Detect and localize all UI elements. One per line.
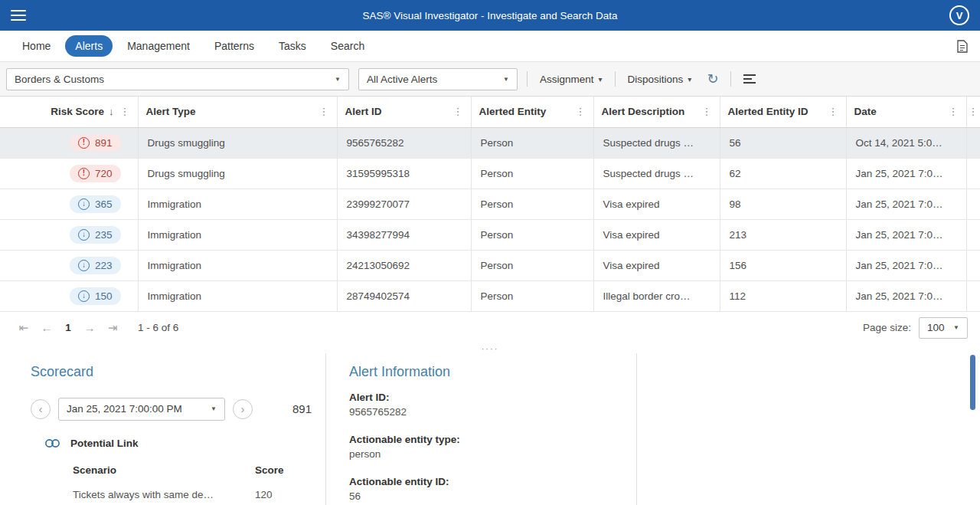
detail-panel: Scorecard ‹ Jan 25, 2021 7:00:00 PM ▼ › … [0,353,980,505]
chevron-down-icon: ▾ [599,75,603,84]
date-cell: Jan 25, 2021 7:0… [846,250,966,280]
view-filter-value: All Active Alerts [367,74,437,85]
queue-select-value: Borders & Customs [15,74,104,85]
actionable-entity-type-label: Actionable entity type: [349,434,636,445]
hamburger-menu-icon[interactable] [11,10,26,21]
table-row[interactable]: ↓235 Immigration 34398277994 Person Visa… [0,219,980,250]
risk-score-badge: ↓365 [70,195,121,213]
page-size-select[interactable]: 100 ▼ [919,317,968,339]
alerted-entity-id-cell: 156 [720,250,846,280]
risk-score-badge: ↓235 [70,226,121,244]
table-row[interactable]: !891 Drugs smuggling 9565765282 Person S… [0,127,980,158]
risk-score-badge: ↓223 [70,257,121,274]
column-menu-icon[interactable]: ⋮ [453,106,463,117]
table-row[interactable]: ↓150 Immigration 28749402574 Person Ille… [0,280,980,311]
assignment-label: Assignment [540,74,594,85]
risk-score-badge: !891 [70,134,121,152]
risk-score-value: 891 [95,137,113,149]
column-header-risk-score[interactable]: Risk Score ↓ ⋮ [0,97,138,127]
stub-cell [966,189,980,219]
alerted-entity-cell: Person [471,127,593,158]
tab-management[interactable]: Management [117,35,200,57]
alerted-entity-cell: Person [471,189,593,219]
column-menu-icon[interactable]: ⋮ [576,106,586,117]
column-header-alerted-entity-id[interactable]: Alerted Entity ID⋮ [720,97,846,127]
document-icon[interactable] [956,40,968,53]
toolbar-divider [527,71,528,87]
last-page-icon[interactable]: ⇥ [101,321,124,335]
alerted-entity-id-cell: 112 [720,280,846,311]
column-header-alert-type[interactable]: Alert Type⋮ [138,97,337,127]
alert-information-title: Alert Information [349,364,636,380]
alert-type-cell: Immigration [138,280,337,311]
date-cell: Jan 25, 2021 7:0… [846,280,966,311]
tab-patterns[interactable]: Patterns [204,35,264,57]
risk-score-badge: ↓150 [70,287,121,305]
column-menu-icon[interactable]: ⋮ [702,106,712,117]
alert-description-cell: Suspected drugs … [593,127,720,158]
alert-id-cell: 28749402574 [337,280,471,311]
column-menu-icon[interactable]: ⋮ [969,106,978,117]
tab-search[interactable]: Search [321,35,374,57]
panel-splitter-handle[interactable]: ···· [0,344,980,353]
tab-alerts[interactable]: Alerts [65,35,113,57]
previous-page-icon[interactable]: ← [35,321,58,334]
risk-low-icon: ↓ [78,198,90,210]
alert-id-cell: 24213050692 [337,250,471,280]
date-cell: Jan 25, 2021 7:0… [846,219,966,250]
column-header-alerted-entity[interactable]: Alerted Entity⋮ [471,97,593,127]
column-menu-icon[interactable]: ⋮ [120,106,130,117]
risk-score-cell: ↓150 [0,280,138,311]
scorecard-row[interactable]: Tickets always with same de… 120 [31,489,325,500]
risk-score-cell: ↓223 [0,250,138,280]
alerted-entity-id-cell: 213 [720,219,846,250]
risk-score-value: 223 [95,260,113,271]
column-header-alert-description[interactable]: Alert Description⋮ [593,97,720,127]
queue-select[interactable]: Borders & Customs ▼ [6,68,349,90]
table-row[interactable]: !720 Drugs smuggling 31595995318 Person … [0,158,980,189]
actionable-entity-type-value: person [349,448,636,460]
alert-description-cell: Visa expired [593,189,720,219]
risk-score-value: 365 [95,198,113,210]
alert-id-cell: 23999270077 [337,189,471,219]
vertical-scrollbar[interactable] [970,355,975,410]
column-menu-icon[interactable]: ⋮ [319,106,329,117]
next-date-button[interactable]: › [233,399,253,419]
view-filter-select[interactable]: All Active Alerts ▼ [358,68,518,90]
alert-information-pane: Alert Information Alert ID: 9565765282 A… [326,353,637,505]
dispositions-menu-button[interactable]: Dispositions ▾ [625,74,695,85]
scorecard-date-select[interactable]: Jan 25, 2021 7:00:00 PM ▼ [58,398,225,421]
alert-description-header-label: Alert Description [602,106,685,117]
tab-tasks[interactable]: Tasks [269,35,316,57]
column-header-date[interactable]: Date⋮ [846,97,966,127]
next-page-icon[interactable]: → [78,321,101,334]
column-menu-icon[interactable]: ⋮ [828,106,838,117]
risk-score-cell: !891 [0,127,138,158]
user-avatar[interactable]: V [949,5,969,25]
column-menu-icon[interactable]: ⋮ [949,106,959,117]
column-header-alert-id[interactable]: Alert ID⋮ [337,97,471,127]
alerted-entity-cell: Person [471,219,593,250]
chevron-down-icon: ▼ [947,324,959,331]
chevron-down-icon: ▼ [497,76,509,83]
risk-score-cell: ↓365 [0,189,138,219]
scenario-column-header: Scenario [73,464,255,476]
dispositions-label: Dispositions [628,74,684,85]
table-row[interactable]: ↓365 Immigration 23999270077 Person Visa… [0,189,980,219]
assignment-menu-button[interactable]: Assignment ▾ [537,74,606,85]
chevron-down-icon: ▼ [328,76,341,83]
table-header-row: Risk Score ↓ ⋮ Alert Type⋮ Alert ID⋮ Ale… [0,97,980,127]
alerted-entity-cell: Person [471,280,593,311]
alerted-entity-header-label: Alerted Entity [479,106,547,117]
previous-date-button[interactable]: ‹ [31,399,51,419]
first-page-icon[interactable]: ⇤ [12,321,35,335]
current-page-number[interactable]: 1 [58,322,78,333]
refresh-icon[interactable]: ↻ [704,72,721,86]
table-row[interactable]: ↓223 Immigration 24213050692 Person Visa… [0,250,980,280]
page-size-value: 100 [927,322,945,333]
tab-home[interactable]: Home [12,35,60,57]
column-header-clipped[interactable]: ⋮ [966,97,980,127]
alert-type-cell: Immigration [138,219,337,250]
scorecard-total-score: 891 [292,402,312,415]
list-density-icon[interactable] [740,74,759,84]
